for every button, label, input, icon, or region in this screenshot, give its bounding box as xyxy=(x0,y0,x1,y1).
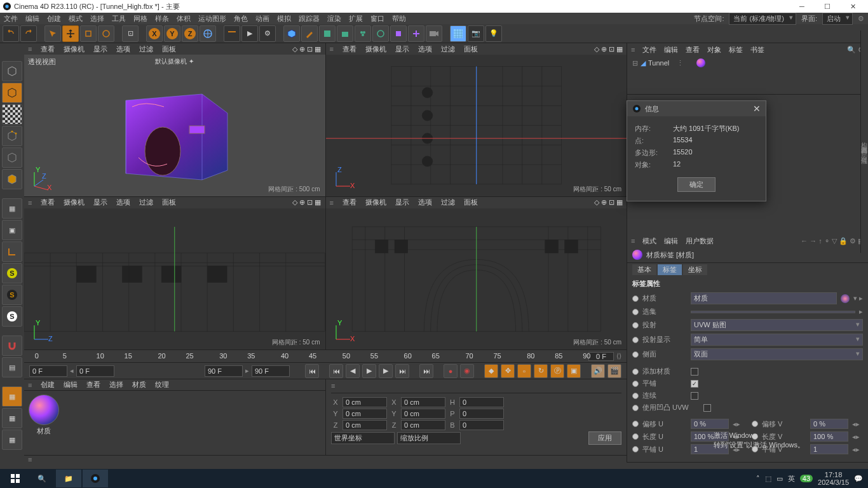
light-button[interactable]: 💡 xyxy=(485,25,502,42)
pen-tool[interactable] xyxy=(301,25,318,42)
continuous-checkbox[interactable] xyxy=(691,392,698,400)
clock[interactable]: 17:182024/3/15 xyxy=(818,471,849,486)
action-center-icon[interactable]: 💬 xyxy=(854,475,863,483)
timeline-current-frame[interactable]: 0 F xyxy=(588,352,614,361)
c4d-taskbar-button[interactable] xyxy=(83,470,108,487)
camera-button[interactable] xyxy=(426,25,442,42)
redo-button[interactable] xyxy=(20,25,37,42)
proj-display-dropdown[interactable]: 简单 xyxy=(691,334,863,346)
key-scale-button[interactable]: ▫ xyxy=(517,364,531,378)
tab-basic[interactable]: 基本 xyxy=(632,264,656,275)
network-icon[interactable]: ⬚ xyxy=(765,475,771,483)
menu-character[interactable]: 角色 xyxy=(234,14,248,24)
menu-spline[interactable]: 样条 xyxy=(155,14,169,24)
model-mode-button[interactable] xyxy=(2,61,22,81)
grid1-button[interactable]: ▦ xyxy=(2,386,22,407)
dialog-close-button[interactable]: ✕ xyxy=(753,104,761,114)
render-view-button[interactable] xyxy=(224,25,240,42)
tray-up-icon[interactable]: ˄ xyxy=(756,475,760,483)
autokey-button[interactable]: ◉ xyxy=(460,364,474,378)
frame-start-display[interactable]: 0 F xyxy=(29,365,67,377)
viewport-front[interactable]: ≡查看摄像机显示选项过滤面板◇ ⊕ ⊡ ▦ 正视图 YX 网格间距 : 50 c… xyxy=(326,197,627,350)
snap-s-button[interactable]: S xyxy=(2,263,22,283)
menu-volume[interactable]: 体积 xyxy=(177,14,191,24)
menu-tools[interactable]: 工具 xyxy=(112,14,126,24)
last-tool[interactable]: ⊡ xyxy=(122,25,139,42)
axis-z-button[interactable]: Z xyxy=(182,25,198,42)
axis-x-button[interactable]: X xyxy=(146,25,163,42)
explorer-button[interactable]: 📁 xyxy=(56,470,81,487)
layout-settings-icon[interactable]: ⚙ xyxy=(858,15,864,23)
floor-button[interactable] xyxy=(450,25,466,42)
tile-checkbox[interactable]: ✓ xyxy=(691,380,698,388)
start-button[interactable] xyxy=(3,470,28,487)
key-pla-button[interactable]: ▣ xyxy=(567,364,581,378)
frame-end-field[interactable]: 90 F xyxy=(205,365,243,377)
ime-indicator[interactable]: 英 xyxy=(788,474,795,484)
dialog-ok-button[interactable]: 确定 xyxy=(677,177,715,192)
viewport-right[interactable]: ≡查看摄像机显示选项过滤面板◇ ⊕ ⊡ ▦ 右视图 YZ 网格间距 : 50 c… xyxy=(24,197,325,350)
scale-tool[interactable] xyxy=(80,25,97,42)
key-param-button[interactable]: Ⓟ xyxy=(550,364,564,378)
grid2-button[interactable]: ▦ xyxy=(2,408,22,428)
tab-coord[interactable]: 坐标 xyxy=(683,264,707,275)
apply-button[interactable]: 应用 xyxy=(588,431,621,445)
snap-s2-button[interactable]: S xyxy=(2,285,22,305)
menu-edit[interactable]: 编辑 xyxy=(25,14,39,24)
move-tool[interactable] xyxy=(62,25,79,42)
rotate-tool[interactable] xyxy=(98,25,114,42)
menu-select[interactable]: 选择 xyxy=(90,14,104,24)
grid3-button[interactable]: ▦ xyxy=(2,430,22,450)
bump-uvw-checkbox[interactable] xyxy=(703,404,711,412)
deformer-button[interactable] xyxy=(390,25,407,42)
menu-extensions[interactable]: 扩展 xyxy=(349,14,363,24)
layout-dropdown[interactable]: 启动 xyxy=(822,13,853,25)
menu-mesh[interactable]: 网格 xyxy=(133,14,147,24)
menu-help[interactable]: 帮助 xyxy=(392,14,406,24)
axis-l-icon[interactable] xyxy=(2,241,22,262)
extrude-button[interactable] xyxy=(337,25,353,42)
workplane-button[interactable]: ▤ xyxy=(2,357,22,377)
menu-render[interactable]: 渲染 xyxy=(327,14,341,24)
cloner-button[interactable] xyxy=(355,25,371,42)
menu-tracker[interactable]: 跟踪器 xyxy=(299,14,320,24)
prev-frame-button[interactable]: ◀ xyxy=(346,364,360,378)
viewport-perspective[interactable]: ≡ 查看摄像机显示选项过滤面板 ◇ ⊕ ⊡ ▦ 透视视图 默认摄像机 ✦ YXZ… xyxy=(24,43,325,196)
key-rotate-button[interactable]: ↻ xyxy=(534,364,548,378)
notification-badge[interactable]: 43 xyxy=(800,475,813,482)
camera-icon-button[interactable]: 📷 xyxy=(468,25,484,42)
battery-icon[interactable]: ▭ xyxy=(776,475,783,483)
goto-end-button[interactable]: ⏭ xyxy=(419,364,433,378)
menu-create[interactable]: 创建 xyxy=(47,14,61,24)
keyframe-button[interactable]: ◆ xyxy=(484,364,498,378)
viewport-solo-button[interactable]: ▣ xyxy=(2,220,22,240)
key-move-button[interactable]: ✥ xyxy=(501,364,515,378)
menu-mograph[interactable]: 运动图形 xyxy=(198,14,226,24)
undo-button[interactable] xyxy=(3,25,19,42)
hierarchy-toggle-icon[interactable]: ⊟ xyxy=(632,59,638,67)
menu-mode[interactable]: 模式 xyxy=(69,14,83,24)
cube-primitive[interactable] xyxy=(283,25,300,42)
next-key-button[interactable]: ⏭ xyxy=(395,364,409,378)
object-name[interactable]: Tunnel xyxy=(648,59,669,67)
render-settings-button[interactable]: ⚙ xyxy=(259,25,276,42)
texture-mode-button[interactable] xyxy=(2,104,22,125)
maximize-button[interactable]: ☐ xyxy=(815,3,840,11)
frame-start-field[interactable]: 0 F xyxy=(76,365,114,377)
goto-start-button[interactable]: ⏮ xyxy=(305,364,319,378)
side-dropdown[interactable]: 双面 xyxy=(691,348,863,360)
search-button[interactable]: 🔍 xyxy=(29,470,55,487)
clapboard-button[interactable]: 🎬 xyxy=(607,364,621,378)
minimize-button[interactable]: ─ xyxy=(789,3,815,10)
magnet-button[interactable] xyxy=(2,336,22,356)
sound-button[interactable]: 🔊 xyxy=(591,364,605,378)
axis-y-button[interactable]: Y xyxy=(164,25,180,42)
selection-field[interactable] xyxy=(691,311,855,313)
point-mode-button[interactable] xyxy=(2,126,22,146)
record-button[interactable]: ● xyxy=(444,364,458,378)
next-frame-button[interactable]: ▶ xyxy=(379,364,393,378)
frame-end-display[interactable]: 90 F xyxy=(252,365,290,377)
polygon-mode-button[interactable] xyxy=(2,169,22,189)
subdiv-button[interactable] xyxy=(319,25,336,42)
right-edge-tabs[interactable]: 构 内容浏览器 层 属性 xyxy=(860,30,868,253)
